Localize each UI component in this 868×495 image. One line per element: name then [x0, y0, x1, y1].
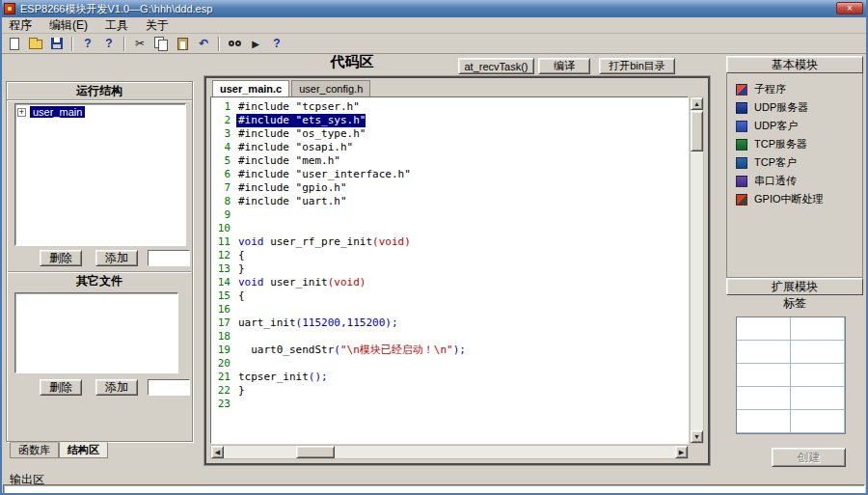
open-bin-dir-button[interactable]: 打开bin目录	[599, 58, 675, 74]
tag-table-cell[interactable]	[737, 341, 791, 364]
module-tcp-client[interactable]: TCP客户	[736, 153, 862, 172]
code-line: 12{	[211, 249, 688, 262]
run-structure-tree[interactable]: + user_main	[14, 103, 186, 246]
code-lines: 1#include "tcpser.h"2#include "ets_sys.h…	[211, 100, 688, 411]
left-panel: 运行结构 + user_main 删除 添加 其它文件 删除 添加	[6, 81, 193, 442]
tag-table-cell[interactable]	[791, 364, 845, 387]
run-structure-title: 运行结构	[7, 82, 192, 100]
other-name-input[interactable]	[148, 379, 190, 396]
scroll-left-icon[interactable]: ◀	[211, 446, 224, 458]
tab-user-main-c[interactable]: user_main.c	[212, 80, 289, 96]
close-button[interactable]: ×	[836, 2, 863, 14]
basic-modules-header[interactable]: 基本模块	[726, 56, 863, 73]
tree-item-label[interactable]: user_main	[30, 106, 85, 118]
tag-table-cell[interactable]	[737, 410, 791, 433]
code-line: 13}	[211, 262, 688, 276]
scroll-down-icon[interactable]: ▼	[691, 430, 703, 443]
other-add-button[interactable]: 添加	[95, 379, 138, 396]
cut-icon[interactable]	[130, 35, 149, 52]
other-delete-button[interactable]: 删除	[40, 379, 82, 396]
tab-structure-area[interactable]: 结构区	[59, 442, 108, 458]
new-file-icon[interactable]	[5, 35, 24, 52]
vertical-scroll-thumb[interactable]	[691, 111, 703, 151]
code-line: 1#include "tcpser.h"	[211, 100, 688, 114]
compile-button[interactable]: 编译	[538, 58, 590, 74]
left-tab-strip: 函数库 结构区	[10, 442, 108, 458]
undo-icon[interactable]	[194, 35, 213, 52]
tag-table-cell[interactable]	[737, 364, 791, 387]
module-udp-client[interactable]: UDP客户	[736, 117, 862, 135]
paste-icon[interactable]	[173, 35, 192, 52]
tag-table-cell[interactable]	[791, 341, 845, 364]
code-line: 2#include "ets_sys.h"	[211, 114, 688, 127]
context-help-icon[interactable]: ?	[99, 35, 119, 52]
tag-table-cell[interactable]	[791, 410, 845, 433]
run-name-input[interactable]	[148, 250, 190, 266]
tag-title: 标签	[726, 295, 863, 312]
find-icon[interactable]	[225, 35, 244, 52]
app-window: ESP8266模块开发V1.0—G:\hhh\ddd.esp × 程序 编辑(E…	[0, 0, 868, 495]
code-line: 14void user_init(void)	[211, 276, 688, 289]
run-delete-button[interactable]: 删除	[40, 250, 82, 266]
horizontal-scroll-thumb[interactable]	[296, 446, 335, 458]
module-label: TCP服务器	[754, 137, 807, 151]
module-label: TCP客户	[754, 155, 797, 170]
module-subroutine[interactable]: 子程序	[736, 80, 862, 98]
code-line: 19 uart0_sendStr("\n模块已经启动！\n");	[211, 344, 688, 357]
code-line: 8#include "uart.h"	[211, 195, 688, 208]
tree-expand-icon[interactable]: +	[17, 108, 26, 117]
module-udp-server[interactable]: UDP服务器	[736, 98, 862, 117]
horizontal-scrollbar[interactable]: ◀ ▶	[210, 445, 689, 459]
copy-icon[interactable]	[151, 35, 171, 52]
save-icon[interactable]	[47, 35, 67, 52]
code-frame: user_main.c user_config.h 1#include "tcp…	[204, 76, 710, 465]
module-tcp-server[interactable]: TCP服务器	[736, 135, 862, 153]
module-label: UDP服务器	[754, 100, 808, 115]
module-serial-passthrough[interactable]: 串口透传	[736, 172, 862, 190]
help-icon[interactable]: ?	[78, 35, 97, 52]
modules-list: 子程序 UDP服务器 UDP客户 TCP服务器 TCP客户 串口透传 GPIO中…	[726, 73, 863, 278]
code-line: 23	[211, 398, 688, 411]
code-line: 18	[211, 330, 688, 344]
scroll-up-icon[interactable]: ▲	[691, 97, 703, 110]
create-button[interactable]: 创建	[772, 448, 846, 467]
menu-program[interactable]: 程序	[0, 17, 41, 33]
at-recvtask-button[interactable]: at_recvTask()	[458, 58, 534, 74]
tree-item-user-main[interactable]: + user_main	[15, 104, 185, 120]
tag-table-cell[interactable]	[737, 387, 791, 410]
menu-edit[interactable]: 编辑(E)	[41, 17, 96, 33]
tag-table[interactable]	[736, 316, 846, 434]
toolbar: ? ? ?	[0, 34, 868, 54]
module-gpio-interrupt[interactable]: GPIO中断处理	[736, 190, 862, 208]
titlebar: ESP8266模块开发V1.0—G:\hhh\ddd.esp ×	[0, 0, 868, 17]
code-line: 21tcpser_init();	[211, 371, 688, 384]
open-folder-icon[interactable]	[26, 35, 45, 52]
tag-table-cell[interactable]	[737, 317, 791, 341]
tcp-server-icon	[736, 139, 747, 151]
other-files-list[interactable]	[14, 292, 178, 373]
code-line: 7#include "gpio.h"	[211, 181, 688, 195]
other-files-title: 其它文件	[8, 271, 191, 289]
code-line: 6#include "user_interface.h"	[211, 168, 688, 181]
extended-modules-header[interactable]: 扩展模块	[726, 278, 863, 295]
app-icon	[4, 3, 15, 14]
code-line: 5#include "mem.h"	[211, 154, 688, 168]
module-label: UDP客户	[754, 119, 798, 133]
run-icon[interactable]	[246, 35, 265, 52]
tab-function-library[interactable]: 函数库	[10, 442, 59, 458]
output-area[interactable]	[3, 484, 865, 494]
menu-tools[interactable]: 工具	[96, 17, 137, 33]
menu-about[interactable]: 关于	[137, 17, 177, 33]
vertical-scrollbar[interactable]: ▲ ▼	[690, 96, 704, 444]
code-editor[interactable]: 1#include "tcpser.h"2#include "ets_sys.h…	[210, 96, 689, 444]
serial-passthrough-icon	[736, 176, 747, 187]
tab-user-config-h[interactable]: user_config.h	[291, 80, 370, 96]
scroll-right-icon[interactable]: ▶	[675, 446, 688, 458]
code-line: 4#include "osapi.h"	[211, 141, 688, 154]
tcp-client-icon	[736, 157, 747, 169]
module-label: 串口透传	[754, 174, 797, 188]
tag-table-cell[interactable]	[791, 317, 845, 341]
tag-table-cell[interactable]	[791, 387, 845, 410]
run-add-button[interactable]: 添加	[95, 250, 138, 266]
about-help-icon[interactable]: ?	[267, 35, 286, 52]
